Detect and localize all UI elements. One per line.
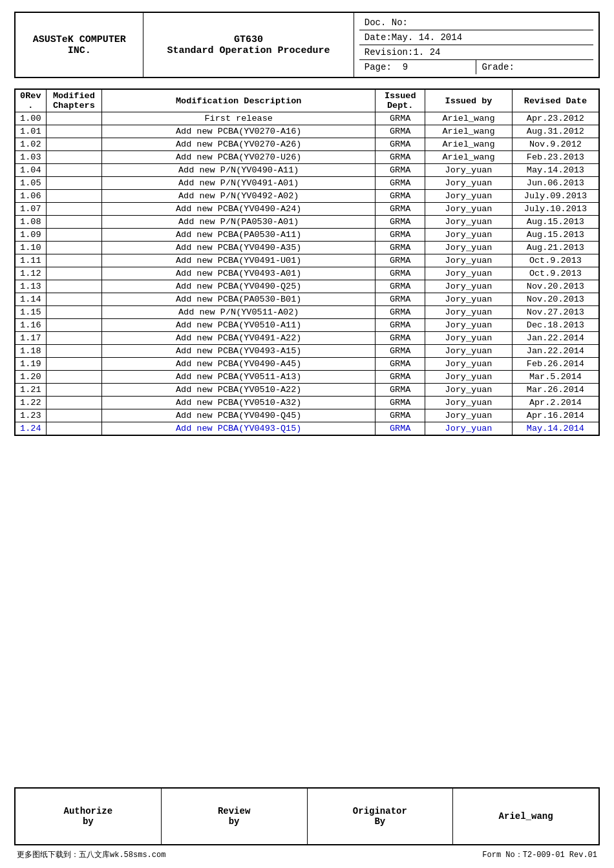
cell-dept: GRMA bbox=[376, 242, 425, 254]
cell-desc: Add new PCBA(YV0270-A16) bbox=[102, 125, 376, 138]
cell-rev: 1.22 bbox=[15, 397, 46, 409]
doc-info: Doc. No: Date:May. 14. 2014 Revision:1. … bbox=[354, 12, 599, 78]
cell-rev: 1.17 bbox=[15, 332, 46, 345]
cell-issued-by: Jory_yuan bbox=[425, 203, 513, 216]
table-row: 1.00First releaseGRMAAriel_wangApr.23.20… bbox=[15, 112, 599, 125]
cell-rev: 1.20 bbox=[15, 371, 46, 384]
cell-rev: 1.04 bbox=[15, 164, 46, 177]
originator-value: Ariel_wang bbox=[499, 811, 553, 822]
cell-issued-by: Jory_yuan bbox=[425, 409, 513, 422]
col-header-rev-date: Revised Date bbox=[512, 89, 599, 112]
cell-rev: 1.16 bbox=[15, 319, 46, 332]
cell-rev-date: Nov.27.2013 bbox=[512, 306, 599, 319]
cell-issued-by: Jory_yuan bbox=[425, 216, 513, 229]
cell-dept: GRMA bbox=[376, 397, 425, 409]
cell-desc: First release bbox=[102, 112, 376, 125]
col-header-issued-by: Issued by bbox=[425, 89, 513, 112]
bottom-left-text: 更多图纸下载到：五八文库wk.58sms.com bbox=[17, 849, 165, 860]
cell-mod bbox=[46, 422, 102, 436]
cell-rev-date: Feb.26.2014 bbox=[512, 358, 599, 371]
table-row: 1.20Add new PCBA(YV0511-A13)GRMAJory_yua… bbox=[15, 371, 599, 384]
cell-dept: GRMA bbox=[376, 125, 425, 138]
grade-label: Grade: bbox=[482, 62, 514, 72]
revision-table: 0Rev. ModifiedChapters Modification Desc… bbox=[14, 88, 600, 436]
cell-issued-by: Jory_yuan bbox=[425, 177, 513, 190]
page-grade-row: Page: 9 Grade: bbox=[359, 60, 593, 74]
bottom-right-text: Form No：T2-009-01 Rev.01 bbox=[482, 849, 597, 860]
cell-dept: GRMA bbox=[376, 164, 425, 177]
cell-rev-date: July.10.2013 bbox=[512, 203, 599, 216]
cell-dept: GRMA bbox=[376, 306, 425, 319]
cell-issued-by: Jory_yuan bbox=[425, 164, 513, 177]
cell-desc: Add new P/N(YV0491-A01) bbox=[102, 177, 376, 190]
cell-rev-date: Aug.21.2013 bbox=[512, 242, 599, 254]
cell-mod bbox=[46, 164, 102, 177]
cell-rev: 1.02 bbox=[15, 138, 46, 151]
table-row: 1.03Add new PCBA(YV0270-U26)GRMAAriel_wa… bbox=[15, 151, 599, 164]
revision-row: Revision:1. 24 bbox=[359, 45, 593, 60]
cell-rev-date: Dec.18.2013 bbox=[512, 319, 599, 332]
cell-issued-by: Jory_yuan bbox=[425, 358, 513, 371]
cell-rev: 1.15 bbox=[15, 306, 46, 319]
cell-rev-date: Nov.20.2013 bbox=[512, 293, 599, 306]
cell-dept: GRMA bbox=[376, 371, 425, 384]
cell-rev-date: Oct.9.2013 bbox=[512, 254, 599, 267]
authorize-label: Authorizeby bbox=[64, 806, 113, 827]
cell-dept: GRMA bbox=[376, 293, 425, 306]
cell-rev-date: Apr.16.2014 bbox=[512, 409, 599, 422]
cell-rev-date: Mar.26.2014 bbox=[512, 384, 599, 397]
cell-mod bbox=[46, 229, 102, 242]
cell-mod bbox=[46, 280, 102, 293]
cell-issued-by: Ariel_wang bbox=[425, 151, 513, 164]
cell-dept: GRMA bbox=[376, 177, 425, 190]
table-row: 1.06Add new P/N(YV0492-A02)GRMAJory_yuan… bbox=[15, 190, 599, 203]
cell-mod bbox=[46, 242, 102, 254]
cell-issued-by: Jory_yuan bbox=[425, 332, 513, 345]
table-row: 1.13Add new PCBA(YV0490-Q25)GRMAJory_yua… bbox=[15, 280, 599, 293]
table-row: 1.01Add new PCBA(YV0270-A16)GRMAAriel_wa… bbox=[15, 125, 599, 138]
cell-mod bbox=[46, 345, 102, 358]
cell-mod bbox=[46, 319, 102, 332]
revision-value: Revision:1. 24 bbox=[365, 47, 441, 57]
cell-dept: GRMA bbox=[376, 203, 425, 216]
cell-desc: Add new P/N(YV0490-A11) bbox=[102, 164, 376, 177]
table-row: 1.10Add new PCBA(YV0490-A35)GRMAJory_yua… bbox=[15, 242, 599, 254]
table-row: 1.11Add new PCBA(YV0491-U01)GRMAJory_yua… bbox=[15, 254, 599, 267]
table-row: 1.16Add new PCBA(YV0510-A11)GRMAJory_yua… bbox=[15, 319, 599, 332]
cell-dept: GRMA bbox=[376, 229, 425, 242]
authorize-cell: Authorizeby bbox=[16, 789, 162, 844]
cell-issued-by: Jory_yuan bbox=[425, 229, 513, 242]
cell-rev-date: Apr.2.2014 bbox=[512, 397, 599, 409]
cell-issued-by: Jory_yuan bbox=[425, 345, 513, 358]
cell-rev-date: Apr.23.2012 bbox=[512, 112, 599, 125]
cell-rev: 1.11 bbox=[15, 254, 46, 267]
cell-issued-by: Jory_yuan bbox=[425, 280, 513, 293]
cell-rev-date: Aug.15.2013 bbox=[512, 229, 599, 242]
cell-rev-date: July.09.2013 bbox=[512, 190, 599, 203]
cell-rev-date: Nov.20.2013 bbox=[512, 280, 599, 293]
cell-rev-date: May.14.2013 bbox=[512, 164, 599, 177]
cell-dept: GRMA bbox=[376, 254, 425, 267]
cell-mod bbox=[46, 409, 102, 422]
cell-rev: 1.08 bbox=[15, 216, 46, 229]
cell-rev: 1.05 bbox=[15, 177, 46, 190]
cell-rev: 1.24 bbox=[15, 422, 46, 436]
cell-issued-by: Jory_yuan bbox=[425, 384, 513, 397]
cell-rev-date: Aug.31.2012 bbox=[512, 125, 599, 138]
originator-value-cell: Ariel_wang bbox=[453, 789, 598, 844]
cell-mod bbox=[46, 151, 102, 164]
cell-rev: 1.07 bbox=[15, 203, 46, 216]
originator-cell: OriginatorBy bbox=[308, 789, 454, 844]
cell-rev: 1.00 bbox=[15, 112, 46, 125]
cell-desc: Add new PCBA(YV0270-U26) bbox=[102, 151, 376, 164]
cell-mod bbox=[46, 190, 102, 203]
bottom-area: Authorizeby Reviewby OriginatorBy Ariel_… bbox=[14, 436, 600, 862]
date-row: Date:May. 14. 2014 bbox=[359, 30, 593, 45]
cell-issued-by: Jory_yuan bbox=[425, 306, 513, 319]
page-label: Page: bbox=[365, 62, 392, 72]
table-row: 1.12Add new PCBA(YV0493-A01)GRMAJory_yua… bbox=[15, 267, 599, 280]
cell-rev-date: Mar.5.2014 bbox=[512, 371, 599, 384]
grade-cell: Grade: bbox=[476, 60, 593, 74]
cell-dept: GRMA bbox=[376, 280, 425, 293]
cell-mod bbox=[46, 384, 102, 397]
